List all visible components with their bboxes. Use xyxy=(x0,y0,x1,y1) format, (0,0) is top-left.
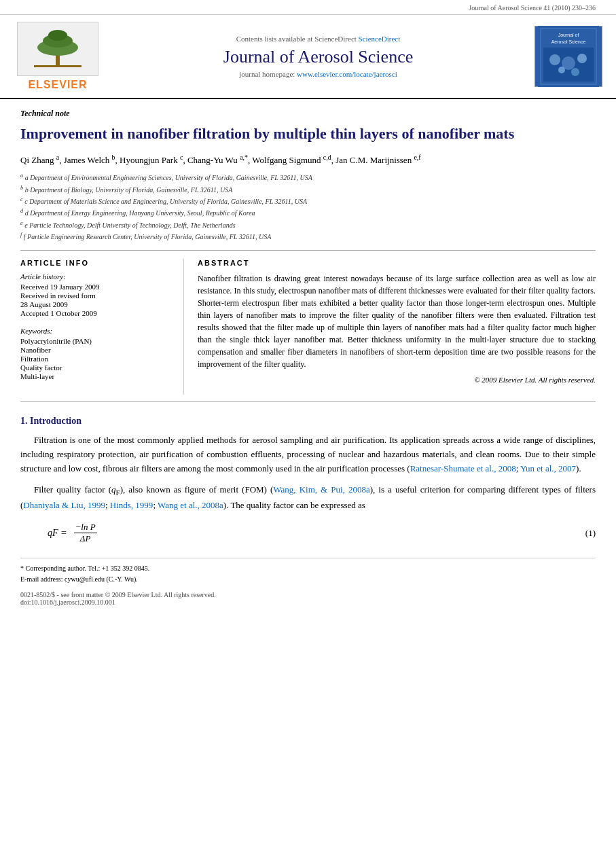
authors-line: Qi Zhang a, James Welch b, Hyoungjun Par… xyxy=(20,152,596,167)
history-item-1: Received in revised form xyxy=(20,291,170,300)
keyword-1: Nanofiber xyxy=(20,346,170,354)
formula-lhs: qF = xyxy=(48,528,67,539)
history-item-0: Received 19 January 2009 xyxy=(20,283,170,291)
affiliations-section: a a Department of Environmental Engineer… xyxy=(20,172,596,242)
section-1-introduction: 1. Introduction Filtration is one of the… xyxy=(20,416,596,544)
elsevier-logo: ELSEVIER xyxy=(14,22,102,91)
journal-info-bottom: 0021-8502/$ - see front matter © 2009 El… xyxy=(20,591,596,606)
two-col-section: ARTICLE INFO Article history: Received 1… xyxy=(20,259,596,395)
svg-point-3 xyxy=(48,30,67,41)
article-info-column: ARTICLE INFO Article history: Received 1… xyxy=(20,259,170,395)
keywords-section: Keywords: Polyacrylonitrile (PAN) Nanofi… xyxy=(20,327,170,380)
ref-hinds[interactable]: Hinds, 1999 xyxy=(110,500,153,510)
homepage-line: journal homepage: www.elsevier.com/locat… xyxy=(115,70,521,78)
affiliation-c: c c Department of Materials Science and … xyxy=(20,196,596,207)
ref-wang-2008a[interactable]: Wang, Kim, & Pui, 2008a xyxy=(273,484,369,495)
journal-main-title: Journal of Aerosol Science xyxy=(115,47,521,67)
ref-ratnesar[interactable]: Ratnesar-Shumate et al., 2008 xyxy=(410,463,516,473)
paper-title: Improvement in nanofiber filtration by m… xyxy=(20,124,596,144)
svg-point-12 xyxy=(577,54,587,63)
svg-text:Aerosol Science: Aerosol Science xyxy=(551,39,586,44)
history-item-3: Accepted 1 October 2009 xyxy=(20,309,170,317)
affiliation-f: f f Particle Engineering Research Center… xyxy=(20,231,596,242)
article-history-label: Article history: xyxy=(20,272,170,281)
contents-line: Contents lists available at ScienceDirec… xyxy=(115,35,521,43)
journal-cover-image: Journal of Aerosol Science xyxy=(535,26,602,87)
section-1-title: 1. Introduction xyxy=(20,416,596,427)
elsevier-brand-text: ELSEVIER xyxy=(28,79,87,91)
svg-rect-4 xyxy=(34,65,81,67)
abstract-column: ABSTRACT Nanofiber filtration is drawing… xyxy=(198,259,596,395)
article-type-label: Technical note xyxy=(20,109,596,119)
footnote-corresponding-author: * Corresponding author. Tel.: +1 352 392… xyxy=(20,564,596,573)
svg-point-13 xyxy=(558,67,565,73)
formula-denominator: ΔP xyxy=(79,533,92,544)
abstract-header: ABSTRACT xyxy=(198,259,596,267)
affiliation-a: a a Department of Environmental Engineer… xyxy=(20,172,596,183)
affiliation-d: d d Department of Energy Engineering, Ha… xyxy=(20,207,596,218)
article-info-header: ARTICLE INFO xyxy=(20,259,170,267)
svg-rect-0 xyxy=(56,54,60,67)
formula-1-block: qF = −ln P ΔP (1) xyxy=(48,522,596,544)
sciencedirect-link[interactable]: ScienceDirect xyxy=(359,35,401,43)
elsevier-logo-image xyxy=(17,22,98,76)
homepage-link[interactable]: www.elsevier.com/locate/jaerosci xyxy=(297,70,397,78)
intro-paragraph-2: Filter quality factor (qF), also known a… xyxy=(20,483,596,513)
affiliation-e: e e Particle Technology, Delft Universit… xyxy=(20,219,596,230)
footnotes-section: * Corresponding author. Tel.: +1 352 392… xyxy=(20,558,596,584)
column-divider xyxy=(183,259,184,395)
formula-1-content: qF = −ln P ΔP xyxy=(48,522,100,544)
abstract-copyright: © 2009 Elsevier Ltd. All rights reserved… xyxy=(198,376,596,384)
section-divider-2 xyxy=(20,401,596,402)
journal-ref-bar: Journal of Aerosol Science 41 (2010) 230… xyxy=(0,0,616,15)
keyword-4: Multi-layer xyxy=(20,372,170,380)
journal-title-section: Contents lists available at ScienceDirec… xyxy=(102,35,535,78)
svg-point-10 xyxy=(549,54,560,65)
abstract-text: Nanofiber filtration is drawing great in… xyxy=(198,272,596,370)
formula-number: (1) xyxy=(585,528,596,539)
doi: doi:10.1016/j.jaerosci.2009.10.001 xyxy=(20,598,596,606)
ref-wang-2008b[interactable]: Wang et al., 2008a xyxy=(158,500,223,510)
ref-dhaniyala[interactable]: Dhaniyala & Liu, 1999 xyxy=(23,500,105,510)
footnote-email: E-mail address: cywu@ufl.edu (C.-Y. Wu). xyxy=(20,575,596,584)
journal-code: 0021-8502/$ - see front matter © 2009 El… xyxy=(20,591,596,598)
main-content: Technical note Improvement in nanofiber … xyxy=(0,99,616,615)
keyword-3: Quality factor xyxy=(20,363,170,372)
keywords-label: Keywords: xyxy=(20,327,170,335)
section-divider-1 xyxy=(20,250,596,251)
intro-paragraph-1: Filtration is one of the most commonly a… xyxy=(20,433,596,476)
formula-numerator: −ln P xyxy=(74,522,97,533)
page-wrapper: Journal of Aerosol Science 41 (2010) 230… xyxy=(0,0,616,841)
history-item-2: 28 August 2009 xyxy=(20,300,170,308)
keyword-2: Filtration xyxy=(20,355,170,363)
affiliation-b: b b Department of Biology, University of… xyxy=(20,184,596,195)
keyword-0: Polyacrylonitrile (PAN) xyxy=(20,337,170,345)
svg-point-14 xyxy=(571,68,579,76)
journal-ref-text: Journal of Aerosol Science 41 (2010) 230… xyxy=(469,4,596,12)
formula-fraction: −ln P ΔP xyxy=(74,522,97,544)
ref-yun[interactable]: Yun et al., 2007 xyxy=(520,463,576,473)
svg-text:Journal of: Journal of xyxy=(558,33,579,37)
journal-header: ELSEVIER Contents lists available at Sci… xyxy=(0,15,616,99)
